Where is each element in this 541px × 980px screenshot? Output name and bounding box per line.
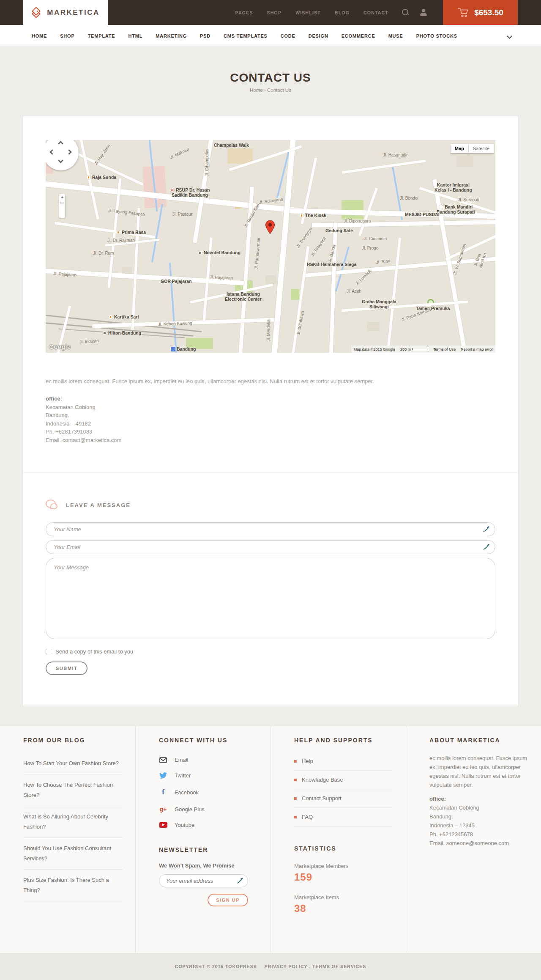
breadcrumb: Home › Contact Us — [0, 88, 541, 93]
pan-right-icon[interactable] — [66, 149, 72, 155]
nav-template[interactable]: TEMPLATE — [88, 33, 115, 38]
nav-ecommerce[interactable]: ECOMMERCE — [342, 33, 375, 38]
nav-cms-templates[interactable]: CMS TEMPLATES — [224, 33, 268, 38]
map-label: Graha Manggala Siliwangi — [362, 299, 396, 309]
pen-icon — [483, 526, 489, 532]
nav-muse[interactable]: MUSE — [388, 33, 403, 38]
top-header: MARKETICA PAGES SHOP WISHLIST BLOG CONTA… — [0, 0, 541, 25]
social-youtube-link[interactable]: Youtube — [159, 817, 258, 833]
header-nav-blog[interactable]: BLOG — [335, 10, 350, 15]
map-label: Jl. Hasanudin — [383, 153, 409, 158]
blog-link[interactable]: How To Start Your Own Fashion Store? — [23, 753, 123, 774]
bullet-square-icon — [294, 816, 297, 818]
blog-link[interactable]: Plus Size Fashion: Is There Such a Thing… — [23, 870, 123, 901]
account-icon[interactable] — [420, 9, 427, 16]
social-email-link[interactable]: Email — [159, 752, 258, 768]
pen-icon — [237, 877, 243, 884]
header-nav-shop[interactable]: SHOP — [267, 10, 282, 15]
office-line: Ph. +62817391083 — [46, 428, 495, 436]
help-link[interactable]: Help — [294, 752, 393, 771]
satellite-button[interactable]: Satellite — [468, 144, 494, 153]
google-plus-icon: g+ — [159, 806, 167, 813]
nav-home[interactable]: HOME — [32, 33, 47, 38]
zoom-in-icon[interactable]: + — [59, 194, 65, 200]
map-label: Gedung Sate — [325, 228, 353, 233]
map-marker-icon[interactable] — [265, 220, 275, 234]
footer: FROM OUR BLOG How To Start Your Own Fash… — [0, 726, 541, 953]
map-label: Jl. Purnawarman — [254, 238, 261, 270]
nav-marketing[interactable]: MARKETING — [156, 33, 187, 38]
map-zoom-control[interactable]: + — [59, 194, 65, 218]
map-label: Bandung — [171, 346, 196, 351]
pan-left-icon[interactable] — [49, 149, 55, 155]
contact-form: Send a copy of this email to you SUBMIT — [46, 522, 495, 675]
footer-blog-column: FROM OUR BLOG How To Start Your Own Fash… — [0, 726, 135, 953]
social-googleplus-link[interactable]: g+Google Plus — [159, 801, 258, 817]
footer-connect-column: CONNECT WITH US Email Twitter fFacebook … — [135, 726, 270, 953]
map-button[interactable]: Map — [451, 144, 468, 153]
map-pan-control[interactable] — [46, 140, 79, 170]
pan-up-icon[interactable] — [58, 141, 63, 146]
help-link[interactable]: FAQ — [294, 808, 393, 826]
map-road — [312, 220, 495, 228]
header-nav-contact[interactable]: CONTACT — [363, 10, 388, 15]
sign-up-button[interactable]: SIGN UP — [208, 894, 248, 906]
cart-icon — [457, 7, 469, 18]
header-nav-wishlist[interactable]: WISHLIST — [295, 10, 321, 15]
message-textarea[interactable] — [46, 558, 495, 639]
header-nav-pages[interactable]: PAGES — [235, 10, 253, 15]
nav-shop[interactable]: SHOP — [60, 33, 74, 38]
brand-logo[interactable]: MARKETICA — [23, 0, 108, 25]
name-input[interactable] — [46, 522, 495, 536]
header-nav: PAGES SHOP WISHLIST BLOG CONTACT — [235, 0, 388, 25]
bank-icon — [439, 205, 443, 209]
google-map[interactable]: Champelas WalkJl. HasanudinJl. Haji Yasi… — [46, 140, 495, 353]
page-hero: CONTACT US Home › Contact Us — [0, 47, 541, 116]
office-line: Email. someone@someone.com — [429, 839, 528, 848]
help-link[interactable]: Knowladge Base — [294, 771, 393, 789]
form-heading-label: LEAVE A MESSAGE — [66, 502, 131, 508]
newsletter-heading: NEWSLETTER — [159, 846, 258, 853]
terms-of-use-link[interactable]: Terms of Use — [433, 347, 456, 351]
map-building — [265, 275, 276, 284]
restaurant-icon — [108, 315, 113, 319]
google-logo[interactable]: Google — [49, 343, 71, 350]
legal-links[interactable]: PRIVACY POLICY . TERMS OF SERVICES — [265, 964, 366, 969]
scale-bar — [412, 348, 428, 350]
pan-down-icon[interactable] — [58, 158, 63, 163]
blog-link[interactable]: Should You Use Fashion Consultant Servic… — [23, 838, 123, 870]
about-text: ec mollis lorem consequat. Fusce ipsum e… — [429, 754, 528, 789]
blog-link[interactable]: How To Choose The Perfect Fashion Store? — [23, 774, 123, 806]
map-label: Bank Mandiri Bandung Surapati — [437, 204, 475, 214]
chevron-down-icon[interactable] — [507, 34, 511, 38]
map-label: The Kiosk — [299, 213, 326, 218]
help-list: Help Knowladge Base Contact Support FAQ — [294, 752, 393, 826]
map-label: Jl. Cimandiri — [363, 236, 387, 242]
search-icon[interactable] — [402, 9, 409, 16]
submit-button[interactable]: SUBMIT — [46, 662, 87, 675]
send-copy-checkbox[interactable] — [46, 649, 51, 654]
zoom-slider-handle[interactable] — [60, 202, 64, 203]
nav-design[interactable]: DESIGN — [309, 33, 328, 38]
train-icon — [171, 347, 175, 351]
map-road — [342, 159, 426, 174]
office-line: Bandung. — [46, 411, 495, 420]
nav-code[interactable]: CODE — [281, 33, 295, 38]
stat-label: Marketplace Members — [294, 863, 393, 869]
map-label: Jl. Pasteur — [172, 212, 192, 217]
social-facebook-link[interactable]: fFacebook — [159, 783, 258, 801]
footer-help-column: HELP AND SUPPORTS Help Knowladge Base Co… — [270, 726, 406, 953]
nav-psd[interactable]: PSD — [200, 33, 210, 38]
newsletter-email-input[interactable] — [159, 874, 248, 887]
office-line: Kecamatan Coblong — [46, 403, 495, 412]
blog-link[interactable]: What is So Alluring About Celebrity Fash… — [23, 806, 123, 838]
nav-html[interactable]: HTML — [128, 33, 142, 38]
social-twitter-link[interactable]: Twitter — [159, 768, 258, 783]
map-label: Raja Sunda — [86, 175, 116, 180]
report-map-error-link[interactable]: Report a map error — [461, 347, 493, 351]
email-input[interactable] — [46, 540, 495, 554]
help-link[interactable]: Contact Support — [294, 789, 393, 808]
cart-button[interactable]: $653.50 — [443, 0, 518, 25]
breadcrumb-home[interactable]: Home — [250, 88, 263, 93]
nav-photo-stocks[interactable]: PHOTO STOCKS — [416, 33, 457, 38]
